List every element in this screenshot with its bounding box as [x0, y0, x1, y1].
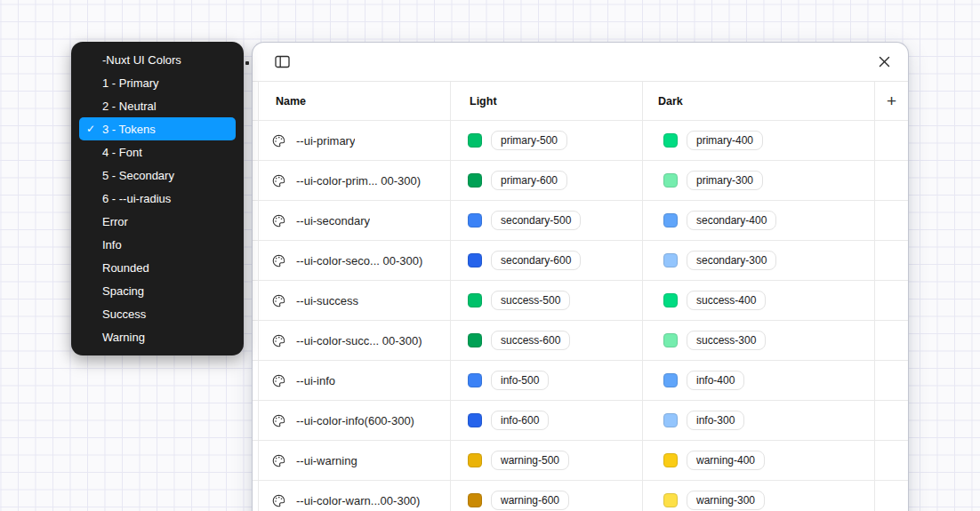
variable-name-cell[interactable]: --ui-color-warn...00-300): [259, 481, 451, 511]
alias-pill: info-500: [491, 371, 549, 390]
empty-cell: [875, 201, 908, 240]
variable-name-cell[interactable]: --ui-primary: [259, 121, 451, 160]
color-swatch: [663, 133, 678, 148]
row-gutter: [253, 161, 259, 200]
menu-item[interactable]: 6 - --ui-radius: [71, 187, 244, 210]
light-value-cell[interactable]: info-500: [451, 361, 643, 400]
empty-cell: [875, 401, 908, 440]
color-swatch: [663, 413, 678, 427]
empty-cell: [875, 121, 908, 160]
alias-pill: secondary-400: [687, 211, 776, 230]
variable-name-cell[interactable]: --ui-color-prim... 00-300): [259, 161, 451, 200]
variable-name-cell[interactable]: --ui-success: [259, 281, 451, 320]
variable-name: --ui-info: [296, 374, 335, 387]
menu-item-label: 1 - Primary: [102, 76, 159, 90]
color-swatch: [468, 333, 482, 347]
dark-value-cell[interactable]: warning-400: [643, 441, 875, 480]
color-swatch: [663, 453, 678, 467]
variable-name: --ui-success: [296, 294, 358, 307]
light-value-cell[interactable]: success-600: [451, 321, 643, 360]
menu-item[interactable]: -Nuxt UI Colors: [71, 48, 244, 71]
toggle-sidebar-button[interactable]: [271, 52, 293, 73]
light-value-cell[interactable]: secondary-600: [451, 241, 643, 280]
menu-item-label: Spacing: [102, 284, 144, 298]
color-swatch: [663, 293, 678, 307]
palette-icon: [272, 254, 285, 267]
light-value-cell[interactable]: warning-500: [451, 441, 643, 480]
color-swatch: [468, 293, 482, 307]
dark-value-cell[interactable]: success-300: [643, 321, 875, 360]
table-header-row: Name Light Dark +: [253, 82, 908, 121]
light-value-cell[interactable]: info-600: [451, 401, 643, 440]
alias-pill: info-300: [687, 411, 744, 430]
empty-cell: [875, 321, 908, 360]
menu-item[interactable]: Info: [71, 233, 244, 256]
alias-pill: primary-300: [687, 171, 763, 190]
variable-name-cell[interactable]: --ui-color-succ... 00-300): [259, 321, 451, 360]
variable-name: --ui-color-info(600-300): [296, 414, 414, 427]
menu-item[interactable]: 1 - Primary: [71, 71, 244, 94]
color-swatch: [663, 373, 678, 387]
color-swatch: [663, 213, 678, 228]
light-value-cell[interactable]: secondary-500: [451, 201, 643, 240]
panel-toolbar: [253, 43, 908, 82]
table-row: --ui-secondary secondary-500 secondary-4…: [253, 201, 908, 241]
variable-name-cell[interactable]: --ui-warning: [259, 441, 451, 480]
light-value-cell[interactable]: primary-600: [451, 161, 643, 200]
dark-value-cell[interactable]: secondary-400: [643, 201, 875, 240]
color-swatch: [468, 453, 482, 467]
menu-item[interactable]: 4 - Font: [71, 140, 244, 164]
variable-name: --ui-color-warn...00-300): [296, 494, 420, 507]
light-value-cell[interactable]: warning-600: [451, 481, 643, 511]
menu-item[interactable]: Success: [71, 302, 244, 325]
alias-pill: success-600: [491, 331, 570, 350]
light-value-cell[interactable]: success-500: [451, 281, 643, 320]
variable-name-cell[interactable]: --ui-info: [259, 361, 451, 400]
dark-value-cell[interactable]: primary-400: [643, 121, 875, 160]
dark-value-cell[interactable]: info-300: [643, 401, 875, 440]
close-button[interactable]: [873, 52, 895, 73]
dark-value-cell[interactable]: info-400: [643, 361, 875, 400]
alias-pill: warning-400: [687, 451, 765, 470]
palette-icon: [272, 454, 285, 467]
color-swatch: [468, 373, 482, 387]
alias-pill: info-400: [687, 371, 744, 390]
add-mode-button[interactable]: +: [881, 91, 902, 111]
alias-pill: secondary-600: [491, 251, 581, 270]
variable-name: --ui-secondary: [296, 214, 370, 228]
chevron-down-icon[interactable]: [245, 61, 249, 65]
menu-item[interactable]: ✓ 3 - Tokens: [79, 117, 236, 140]
sidebar-toggle-icon: [275, 55, 290, 68]
dark-value-cell[interactable]: success-400: [643, 281, 875, 320]
menu-item-label: Success: [102, 307, 146, 321]
variable-name-cell[interactable]: --ui-secondary: [259, 201, 451, 240]
menu-item[interactable]: Error: [71, 210, 244, 233]
menu-item-label: Error: [102, 215, 128, 228]
variables-table-body: --ui-primary primary-500 primary-400 --u…: [253, 121, 908, 511]
alias-pill: primary-600: [491, 171, 567, 190]
menu-item[interactable]: Warning: [71, 325, 244, 348]
column-header-add: +: [875, 82, 908, 120]
menu-item[interactable]: Spacing: [71, 279, 244, 302]
menu-item[interactable]: Rounded: [71, 256, 244, 279]
alias-pill: info-600: [491, 411, 549, 430]
light-value-cell[interactable]: primary-500: [451, 121, 643, 160]
color-swatch: [468, 213, 482, 228]
color-swatch: [663, 173, 678, 188]
row-gutter: [253, 321, 259, 360]
table-row: --ui-info info-500 info-400: [253, 361, 908, 401]
dark-value-cell[interactable]: primary-300: [643, 161, 875, 200]
dark-value-cell[interactable]: warning-300: [643, 481, 875, 511]
empty-cell: [875, 281, 908, 320]
alias-pill: primary-400: [687, 131, 763, 150]
menu-item-label: Rounded: [102, 261, 149, 275]
menu-item[interactable]: 2 - Neutral: [71, 94, 244, 117]
variable-name-cell[interactable]: --ui-color-seco... 00-300): [259, 241, 451, 280]
dark-value-cell[interactable]: secondary-300: [643, 241, 875, 280]
empty-cell: [875, 361, 908, 400]
row-gutter: [253, 441, 259, 480]
variable-name: --ui-color-prim... 00-300): [296, 174, 421, 188]
variable-name: --ui-warning: [296, 454, 357, 467]
variable-name-cell[interactable]: --ui-color-info(600-300): [259, 401, 451, 440]
menu-item[interactable]: 5 - Secondary: [71, 164, 244, 187]
